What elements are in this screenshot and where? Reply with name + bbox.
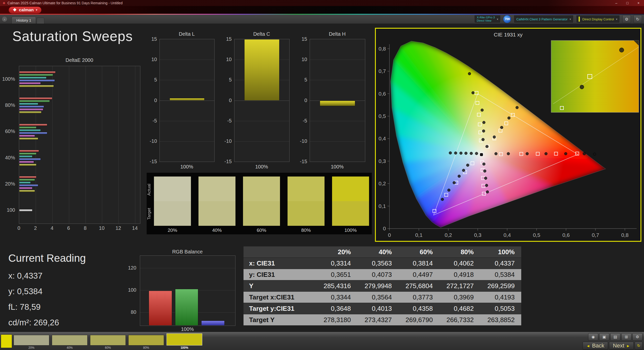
axis-tick-label: -5 xyxy=(152,118,157,123)
axis-tick-label: 10 xyxy=(226,57,232,62)
deltae-bar xyxy=(19,155,32,158)
axis-tick-label: -15 xyxy=(224,159,232,164)
deltae-bar-group xyxy=(19,171,140,197)
cie-chart-panel[interactable]: 00,10,20,30,40,50,60,70,800,10,20,30,40,… xyxy=(375,28,641,242)
axis-tick-label: 10 xyxy=(302,57,307,62)
gridline xyxy=(310,121,365,121)
swatch-label: 100% xyxy=(332,228,369,233)
column-header: 40% xyxy=(357,248,398,256)
display-button[interactable]: ▣ xyxy=(599,333,609,341)
refresh-button[interactable]: ↻ xyxy=(633,15,642,23)
pattern-swatch-80%[interactable] xyxy=(128,335,164,345)
next-button[interactable]: Next ► xyxy=(609,342,634,350)
capture-button[interactable]: ◉ xyxy=(588,333,598,341)
svg-text:0,2: 0,2 xyxy=(445,232,452,238)
layout-nav-button[interactable]: › xyxy=(2,17,7,22)
tab-stub[interactable] xyxy=(37,18,44,24)
delta_c-ylabels: 151050-5-10-15 xyxy=(221,39,234,161)
deltae-xtick: 12 xyxy=(115,225,121,231)
table-cell: 279,9948 xyxy=(357,282,398,290)
table-row: Target x:CIE310,33440,35640,37730,39690,… xyxy=(244,291,521,303)
gear-icon: ⚙ xyxy=(625,17,628,22)
minimize-button[interactable]: – xyxy=(611,0,622,6)
page-title: Saturation Sweeps xyxy=(12,28,133,44)
display-control-dropdown[interactable]: Direct Display Control ▾ xyxy=(576,15,620,23)
svg-text:0,1: 0,1 xyxy=(415,232,422,238)
deltae-bar xyxy=(19,135,35,137)
svg-text:0,8: 0,8 xyxy=(379,46,386,52)
swatch-column: 40% xyxy=(198,173,235,234)
pattern-generator-label: CalMAN Client 3 Pattern Generator xyxy=(516,17,568,21)
actual-swatch xyxy=(198,177,235,201)
target-swatch xyxy=(332,201,369,226)
delta-h-xlabel: 100% xyxy=(310,164,365,170)
deltae-xlabels: 02468101214 xyxy=(19,225,140,232)
rgb-plot xyxy=(140,255,235,326)
pattern-swatch-40%[interactable] xyxy=(52,335,88,345)
deltae-ylabel: 20% xyxy=(0,171,18,197)
advance-button[interactable]: ↻ xyxy=(635,342,642,350)
gridline xyxy=(234,121,289,121)
deltae-bar-group xyxy=(19,145,140,171)
svg-text:0: 0 xyxy=(383,226,386,231)
svg-text:0,7: 0,7 xyxy=(379,68,386,74)
gridline xyxy=(160,80,214,80)
gridline xyxy=(310,141,365,142)
deltae-bar xyxy=(19,106,44,108)
deltae-bar xyxy=(19,100,50,102)
axis-tick-label: 15 xyxy=(302,36,307,42)
gridline xyxy=(234,101,289,101)
options-gear-button[interactable]: ⚙ xyxy=(632,333,642,341)
close-button[interactable]: × xyxy=(633,0,644,6)
calman-menu-button[interactable]: ❖ calman ▾ xyxy=(9,7,42,14)
pattern-swatch-60%[interactable] xyxy=(90,335,126,345)
settings-gear-button[interactable]: ⚙ xyxy=(622,15,631,23)
device-toolbar: X-Rite i1Pro 3 Direct View ▾ 709 CalMAN … xyxy=(474,15,644,23)
row-label: Y xyxy=(244,282,316,290)
table-cell: 0,4193 xyxy=(480,293,521,301)
meter-dropdown[interactable]: X-Rite i1Pro 3 Direct View ▾ xyxy=(474,15,501,23)
report-button[interactable]: ▤ xyxy=(610,333,620,341)
gridline xyxy=(310,60,365,60)
axis-tick-label: 0 xyxy=(229,98,232,103)
titlebar: ❖ Calman 2025 Calman Ultimate for Busine… xyxy=(0,0,644,6)
table-cell: 269,2599 xyxy=(480,282,521,290)
layout-icon: ⊞ xyxy=(625,335,628,339)
pattern-swatch-label: 80% xyxy=(128,346,164,349)
deltae-bar xyxy=(19,161,34,163)
table-cell: 0,3564 xyxy=(357,293,398,301)
tab-history-1[interactable]: History 1 xyxy=(12,17,36,24)
reading-x: x: 0,4337 xyxy=(8,271,43,281)
svg-text:0,4: 0,4 xyxy=(503,232,511,238)
deltae-xtick: 10 xyxy=(99,225,104,231)
target-swatch xyxy=(154,201,191,226)
actual-swatch xyxy=(154,177,191,201)
pattern-swatch-20%[interactable] xyxy=(14,335,49,345)
pattern-generator-dropdown[interactable]: CalMAN Client 3 Pattern Generator ▾ xyxy=(514,15,573,23)
table-cell: 266,7332 xyxy=(439,316,480,324)
table-cell: 273,4327 xyxy=(357,316,398,324)
deltae-chart-title: DeltaE 2000 xyxy=(19,57,140,63)
layout-button[interactable]: ⊞ xyxy=(621,333,631,341)
table-header-row: 20%40%60%80%100% xyxy=(244,246,521,257)
axis-tick-label: 5 xyxy=(304,77,307,82)
axis-tick-label: 5 xyxy=(154,77,157,82)
colorspace-709-badge[interactable]: 709 xyxy=(503,15,511,23)
gridline xyxy=(160,121,214,121)
table-cell: 0,4062 xyxy=(439,259,480,267)
rgb-balance-title: RGB Balance xyxy=(140,249,235,255)
axis-tick-label: 120 xyxy=(128,265,136,271)
next-arrow-icon: ► xyxy=(626,344,630,348)
actual-swatch xyxy=(288,177,325,201)
back-button[interactable]: ◄ Back xyxy=(583,342,608,350)
svg-text:0: 0 xyxy=(388,232,391,238)
deltae-bar xyxy=(19,108,43,111)
deltae-xtick: 8 xyxy=(84,225,87,231)
pattern-swatch-100%[interactable] xyxy=(167,333,202,345)
deltae-xtick: 2 xyxy=(34,225,37,231)
chevron-down-icon: ▾ xyxy=(36,8,37,12)
maximize-button[interactable]: □ xyxy=(622,0,633,6)
column-header: 20% xyxy=(316,248,357,256)
swatch-panel: Actual Target 20%40%60%80%100% xyxy=(147,173,372,234)
delta-h-title: Delta H xyxy=(310,31,365,37)
